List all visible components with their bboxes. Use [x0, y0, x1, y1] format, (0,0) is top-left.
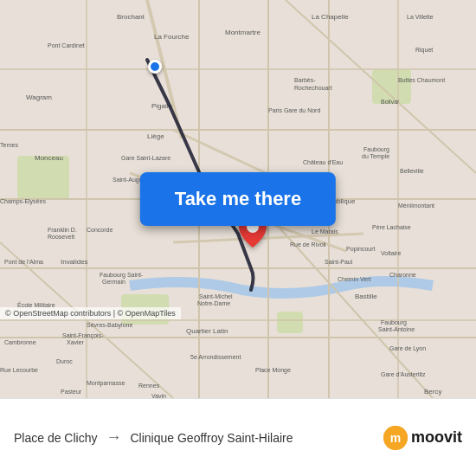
- svg-text:Rochechouart: Rochechouart: [294, 85, 332, 91]
- map-attribution: © OpenStreetMap contributors | © OpenMap…: [0, 307, 181, 319]
- svg-text:Pont Cardinet: Pont Cardinet: [48, 42, 85, 48]
- svg-text:Sèvres-Babylone: Sèvres-Babylone: [87, 322, 132, 329]
- svg-text:Rue de Rivoli: Rue de Rivoli: [290, 241, 326, 248]
- svg-text:Bastille: Bastille: [355, 293, 377, 300]
- svg-text:La Fourche: La Fourche: [154, 33, 190, 41]
- svg-text:Ternes: Ternes: [0, 142, 19, 148]
- bottom-bar: Place de Clichy → Clinique Geoffroy Sain…: [0, 398, 476, 476]
- svg-text:Gare Saint-Lazare: Gare Saint-Lazare: [121, 155, 170, 161]
- svg-text:Bercy: Bercy: [424, 388, 441, 396]
- svg-text:Germain: Germain: [102, 279, 125, 285]
- svg-text:Saint-François-: Saint-François-: [62, 332, 104, 339]
- svg-text:Montmartre: Montmartre: [225, 29, 261, 36]
- svg-text:Invalides: Invalides: [61, 258, 88, 266]
- moovit-brand-text: moovit: [411, 428, 462, 447]
- svg-text:Faubourg: Faubourg: [381, 319, 407, 326]
- svg-text:Rue Lecourbe: Rue Lecourbe: [0, 367, 38, 373]
- svg-text:Pigalle: Pigalle: [151, 102, 173, 110]
- svg-text:La Chapelle: La Chapelle: [312, 13, 349, 21]
- svg-text:Voltaire: Voltaire: [381, 250, 401, 256]
- svg-text:m: m: [390, 431, 401, 445]
- svg-text:Bolivar: Bolivar: [381, 99, 400, 105]
- svg-text:Concorde: Concorde: [87, 227, 113, 233]
- svg-text:Barbès-: Barbès-: [294, 77, 316, 83]
- svg-text:Duroc: Duroc: [56, 358, 73, 364]
- svg-text:Cambronne: Cambronne: [4, 339, 36, 345]
- route-from-label: Place de Clichy: [14, 431, 98, 445]
- svg-text:Ménilmontant: Ménilmontant: [398, 203, 434, 209]
- svg-text:Château d'Eau: Château d'Eau: [303, 159, 343, 165]
- svg-text:Saint-Antoine: Saint-Antoine: [378, 326, 415, 332]
- svg-text:Quartier Latin: Quartier Latin: [186, 327, 228, 335]
- svg-text:La Villette: La Villette: [407, 14, 434, 20]
- moovit-logo: m moovit: [383, 426, 462, 450]
- take-me-there-button[interactable]: Take me there: [140, 172, 336, 226]
- svg-text:Rennes: Rennes: [138, 383, 160, 389]
- svg-text:Riquet: Riquet: [415, 47, 433, 54]
- svg-text:Père Lachaise: Père Lachaise: [372, 224, 411, 230]
- svg-text:Faubourg Saint-: Faubourg Saint-: [100, 272, 144, 279]
- svg-text:Pasteur: Pasteur: [61, 389, 82, 395]
- route-arrow-icon: →: [106, 428, 122, 447]
- svg-text:Liège: Liège: [147, 132, 164, 140]
- svg-text:Gare de Lyon: Gare de Lyon: [389, 345, 426, 352]
- moovit-icon: m: [383, 426, 408, 450]
- svg-text:Saint-Paul: Saint-Paul: [325, 259, 353, 265]
- svg-text:Montparnasse: Montparnasse: [87, 380, 125, 387]
- svg-text:Xavier: Xavier: [67, 339, 85, 345]
- svg-text:du Temple: du Temple: [362, 153, 389, 160]
- svg-text:Saint-Michel: Saint-Michel: [199, 293, 233, 299]
- route-to-label: Clinique Geoffroy Saint-Hilaire: [131, 431, 383, 445]
- svg-text:Brochant: Brochant: [117, 13, 145, 21]
- svg-text:Charonne: Charonne: [389, 272, 416, 278]
- svg-text:Faubourg: Faubourg: [363, 146, 389, 153]
- map-container: Brochant Pont Cardinet La Fourche Montma…: [0, 0, 476, 398]
- svg-text:Le Marais: Le Marais: [312, 228, 338, 235]
- svg-text:Belleville: Belleville: [400, 168, 424, 174]
- svg-text:Wagram: Wagram: [26, 93, 52, 101]
- svg-text:5e Arrondissement: 5e Arrondissement: [190, 354, 241, 360]
- svg-rect-3: [277, 312, 303, 333]
- svg-text:Pont de l'Alma: Pont de l'Alma: [4, 259, 43, 265]
- svg-rect-1: [17, 156, 69, 199]
- svg-text:Paris Gare du Nord: Paris Gare du Nord: [268, 107, 320, 113]
- svg-text:Buttes Chaumont: Buttes Chaumont: [398, 77, 445, 83]
- origin-marker: [148, 60, 162, 74]
- svg-text:Champs-Elysées: Champs-Elysées: [0, 198, 46, 205]
- svg-text:Gare d'Austerlitz: Gare d'Austerlitz: [381, 371, 426, 377]
- svg-text:Place Monge: Place Monge: [255, 367, 291, 374]
- svg-text:Roosevelt: Roosevelt: [48, 234, 74, 240]
- svg-text:Popincourt: Popincourt: [346, 246, 376, 253]
- svg-text:Chemin Vert: Chemin Vert: [338, 276, 371, 282]
- svg-text:Monceau: Monceau: [35, 154, 63, 162]
- svg-text:Notre-Dame: Notre-Dame: [197, 300, 230, 306]
- svg-text:Franklin D.: Franklin D.: [48, 227, 77, 233]
